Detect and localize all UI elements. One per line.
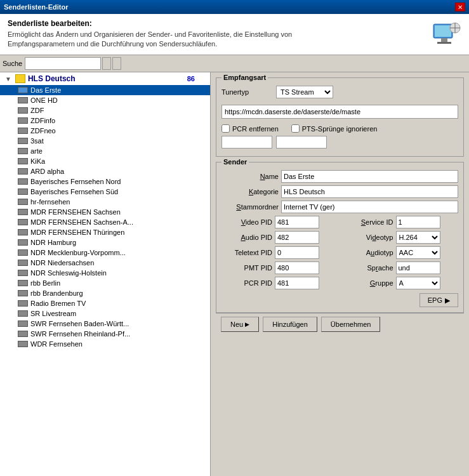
small-input-2[interactable] xyxy=(276,136,327,149)
empfangsart-group: Empfangsart Tunertyp TS Stream DVB-S DVB… xyxy=(216,77,464,157)
tree-item-label: KiKa xyxy=(30,157,45,165)
videotyp-select[interactable]: H.264 H.265 MPEG2 xyxy=(396,231,440,244)
pts-checkbox[interactable] xyxy=(291,124,300,133)
folder-icon xyxy=(15,74,25,83)
neu-label: Neu xyxy=(230,321,243,328)
left-pid-col: Video PID Audio PID Teletext PID PM xyxy=(221,216,338,289)
tree-item[interactable]: rbb Berlin xyxy=(0,278,210,288)
tree-item[interactable]: ZDFinfo xyxy=(0,116,210,126)
video-pid-input[interactable] xyxy=(275,216,319,228)
teletext-pid-label: Teletext PID xyxy=(221,249,272,256)
close-button[interactable]: ✕ xyxy=(455,3,465,11)
pmt-pid-input[interactable] xyxy=(275,261,319,274)
tree-item[interactable]: SWR Fernsehen Baden-Württ... xyxy=(0,319,210,329)
tree-item[interactable]: ARD alpha xyxy=(0,166,210,176)
sprache-row: Sprache xyxy=(343,261,459,274)
pid-section: Video PID Audio PID Teletext PID PM xyxy=(221,216,458,289)
channel-icon xyxy=(18,331,28,337)
video-pid-label: Video PID xyxy=(221,218,272,226)
tree-item[interactable]: NDR Hamburg xyxy=(0,237,210,248)
tree-item-label: ARD alpha xyxy=(30,168,64,175)
url-row xyxy=(221,102,458,121)
service-id-input[interactable] xyxy=(396,216,440,228)
tree-item[interactable]: Radio Bremen TV xyxy=(0,298,210,308)
svg-rect-1 xyxy=(435,25,451,37)
tree-item[interactable]: SR Livestream xyxy=(0,308,210,319)
tree-item[interactable]: arte xyxy=(0,146,210,156)
small-input-1[interactable] xyxy=(221,136,272,149)
tree-item[interactable]: ZDF xyxy=(0,105,210,116)
teletext-pid-input[interactable] xyxy=(275,246,319,259)
tree-item[interactable]: KiKa xyxy=(0,156,210,166)
uebernehmen-button[interactable]: Übernehmen xyxy=(321,317,381,332)
tree-item[interactable]: MDR FERNSEHEN Thüringen xyxy=(0,227,210,237)
name-input[interactable] xyxy=(281,170,458,183)
sprache-input[interactable] xyxy=(396,261,440,274)
hinzufuegen-button[interactable]: Hinzufügen xyxy=(263,317,317,332)
tree-item[interactable]: Das Erste xyxy=(0,85,210,95)
epg-button[interactable]: EPG ▶ xyxy=(419,293,458,307)
tree-item-label: SWR Fernsehen Baden-Württ... xyxy=(30,320,129,327)
toolbar-btn-2[interactable] xyxy=(112,57,121,70)
tree-item-label: MDR FERNSEHEN Sachsen-A... xyxy=(30,218,133,226)
teletext-pid-row: Teletext PID xyxy=(221,246,338,259)
folder-badge: 86 xyxy=(187,75,208,83)
tree-item[interactable]: NDR Mecklenburg-Vorpomm... xyxy=(0,248,210,258)
name-row: Name xyxy=(221,170,458,183)
toolbar: Suche xyxy=(0,55,469,72)
tree-item[interactable]: Bayerisches Fernsehen Süd xyxy=(0,187,210,197)
audiotyp-select[interactable]: AAC MP3 AC3 xyxy=(396,246,440,259)
neu-button[interactable]: Neu ▶ xyxy=(221,317,259,332)
channel-icon xyxy=(18,138,28,144)
stammordner-input[interactable] xyxy=(281,201,458,213)
channel-icon xyxy=(18,219,28,225)
search-label: Suche xyxy=(3,60,22,67)
tunertyp-select[interactable]: TS Stream DVB-S DVB-C DVB-T xyxy=(276,86,333,98)
tree-item[interactable]: MDR FERNSEHEN Sachsen xyxy=(0,207,210,217)
tree-item[interactable]: 3sat xyxy=(0,136,210,146)
toolbar-btn-1[interactable] xyxy=(102,57,111,70)
tree-item[interactable]: Bayerisches Fernsehen Nord xyxy=(0,176,210,187)
tree-item[interactable]: NDR Schleswig-Holstein xyxy=(0,268,210,278)
search-input[interactable] xyxy=(25,57,101,70)
tree-item-label: Bayerisches Fernsehen Nord xyxy=(30,178,121,185)
video-pid-row: Video PID xyxy=(221,216,338,228)
pcr-pid-input[interactable] xyxy=(275,277,319,289)
tree-item[interactable]: rbb Brandenburg xyxy=(0,288,210,298)
sender-group: Sender Name Kategorie Stammordner xyxy=(216,162,464,313)
kategorie-input[interactable] xyxy=(281,185,458,198)
audio-pid-input[interactable] xyxy=(275,231,319,244)
tree-item[interactable]: MDR FERNSEHEN Sachsen-A... xyxy=(0,217,210,227)
channel-icon xyxy=(18,300,28,307)
epg-arrow-icon: ▶ xyxy=(445,296,450,305)
tree-item[interactable]: hr-fernsehen xyxy=(0,197,210,207)
tree-item-label: Das Erste xyxy=(30,86,61,94)
gruppe-select[interactable]: A B C xyxy=(396,277,440,289)
channel-icon xyxy=(18,128,28,134)
tree-item[interactable]: WDR Fernsehen xyxy=(0,339,210,349)
tree-folder[interactable]: ▼ HLS Deutsch 86 xyxy=(0,72,210,85)
tree-item-label: Bayerisches Fernsehen Süd xyxy=(30,188,118,195)
tree-item-label: Radio Bremen TV xyxy=(30,300,86,307)
tree-item[interactable]: NDR Niedersachsen xyxy=(0,258,210,268)
pcr-pid-label: PCR PID xyxy=(221,279,272,287)
channel-icon xyxy=(18,310,28,317)
tree-item[interactable]: ZDFneo xyxy=(0,126,210,136)
window-title: Senderlisten-Editor xyxy=(4,3,68,11)
checkbox-row: PCR entfernen PTS-Sprünge ignorieren xyxy=(221,124,458,133)
gruppe-row: Gruppe A B C xyxy=(343,277,459,289)
tree-item-label: NDR Schleswig-Holstein xyxy=(30,269,107,277)
tree-item[interactable]: SWR Fernsehen Rheinland-Pf... xyxy=(0,329,210,339)
pcr-checkbox[interactable] xyxy=(221,124,230,133)
uebernehmen-label: Übernehmen xyxy=(331,321,371,328)
audio-pid-label: Audio PID xyxy=(221,234,272,241)
tree-item[interactable]: ONE HD xyxy=(0,95,210,105)
epg-row: EPG ▶ xyxy=(221,293,458,307)
channel-icon xyxy=(18,107,28,114)
stammordner-row: Stammordner xyxy=(221,201,458,213)
service-id-row: Service ID xyxy=(343,216,459,228)
gruppe-label: Gruppe xyxy=(343,279,393,287)
url-input[interactable] xyxy=(221,105,458,119)
bottom-bar: Neu ▶ Hinzufügen Übernehmen xyxy=(216,313,464,335)
content-area: ▼ HLS Deutsch 86 Das Erste ONE HD ZDF ZD… xyxy=(0,72,469,476)
